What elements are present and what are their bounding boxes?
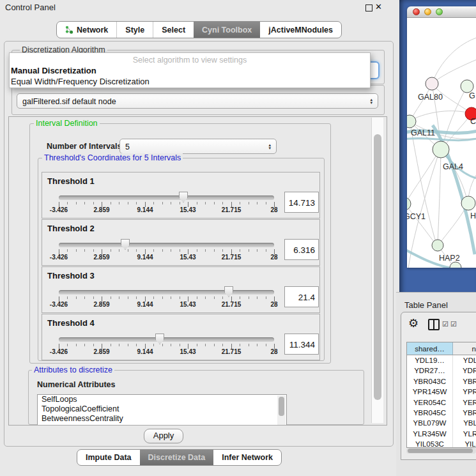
threshold-value-field[interactable]: 11.344 (284, 334, 319, 355)
node-node-bottom[interactable] (450, 262, 461, 268)
threshold-slider-thumb[interactable] (179, 192, 188, 203)
table-row[interactable]: YDR27…YDR2… (407, 365, 476, 376)
zoom-traffic-light-icon[interactable] (436, 8, 443, 15)
tab-network[interactable]: Network (57, 22, 116, 38)
threshold-value-field[interactable]: 14.713 (284, 192, 319, 213)
edge-gray (407, 151, 439, 203)
gear-icon[interactable]: ⚙ (408, 316, 418, 330)
network-canvas[interactable]: GAL80GCGAL11GAL4GCY1HHAP2 (407, 18, 476, 268)
bottom-tab-discretize-data[interactable]: Discretize Data (140, 450, 214, 465)
threshold-label: Threshold 4 (47, 318, 95, 328)
tab-select[interactable]: Select (153, 22, 194, 38)
panel-scrollbar-thumb[interactable] (374, 134, 381, 400)
algorithm-options: Manual DiscretizationEqual Width/Frequen… (11, 65, 371, 87)
minimize-traffic-light-icon[interactable] (424, 8, 431, 15)
bottom-tab-impute-data[interactable]: Impute Data (77, 450, 140, 465)
cell-name[interactable]: YBL0… (453, 418, 476, 428)
table-row[interactable]: YDL19…YDL1… (407, 355, 476, 365)
table-data-select[interactable]: galFiltered.sif default node ▴▾ (17, 93, 378, 109)
cell-name[interactable]: YLR3… (453, 429, 476, 439)
checkbox-icon[interactable]: ☑ (450, 320, 457, 328)
table-row[interactable]: YBR045CYBR0… (407, 408, 476, 418)
network-window-titlebar[interactable] (407, 6, 476, 18)
cell-name[interactable]: YPR1… (453, 387, 476, 397)
column-header-shared-name[interactable]: shared… (407, 342, 453, 355)
cell-shared-name[interactable]: YBR043C (407, 376, 453, 387)
attribute-item-selfloops[interactable]: SelfLoops (38, 395, 286, 404)
tick-label: -3.426 (43, 348, 74, 355)
cell-shared-name[interactable]: YPR145W (407, 387, 453, 397)
node-gal4[interactable] (433, 141, 449, 158)
column-header-name[interactable]: na (453, 342, 476, 355)
tab-jactivemnodules[interactable]: jActiveMNodules (260, 22, 341, 38)
table-row[interactable]: YLR345WYLR3… (407, 429, 476, 439)
node-node-top-right[interactable] (461, 80, 473, 93)
close-traffic-light-icon[interactable] (413, 8, 420, 15)
tab-cyni-toolbox[interactable]: Cyni Toolbox (194, 22, 260, 38)
cell-shared-name[interactable]: YBR045C (407, 408, 453, 418)
threshold-value-field[interactable]: 6.316 (284, 239, 319, 260)
attributes-fieldset-label: Attributes to discretize (32, 365, 114, 374)
threshold-panel-1: Threshold 1-3.4262.8599.14415.4321.71528… (42, 172, 320, 219)
cell-name[interactable]: YBR0… (453, 408, 476, 418)
table-row[interactable]: YER054CYER0… (407, 397, 476, 408)
table-row[interactable]: YBL079WYBL0… (407, 418, 476, 428)
attributes-scrollbar-thumb[interactable] (279, 397, 284, 416)
attribute-item-topologicalcoefficient[interactable]: TopologicalCoefficient (38, 404, 286, 414)
tab-style[interactable]: Style (116, 22, 153, 38)
table-h-scrollbar[interactable] (406, 448, 476, 454)
table-row[interactable]: YIL053CYIL0… (407, 439, 476, 448)
apply-button[interactable]: Apply (144, 429, 183, 443)
threshold-slider-thumb[interactable] (224, 286, 233, 297)
close-icon[interactable]: ✕ (375, 2, 382, 12)
table-row[interactable]: YPR145WYPR1… (407, 387, 476, 397)
threshold-value-field[interactable]: 21.4 (284, 286, 319, 307)
edge-gray (410, 123, 436, 244)
node-hap2[interactable] (432, 240, 443, 251)
bottom-tab-infer-network[interactable]: Infer Network (213, 450, 281, 465)
cell-name[interactable]: YIL0… (453, 439, 476, 448)
threshold-slider-track[interactable] (59, 196, 274, 200)
node-gcy1[interactable] (407, 197, 411, 210)
algorithm-option-manual-discretization[interactable]: Manual Discretization (11, 65, 371, 76)
algorithm-option-equal-width-frequency-discretization[interactable]: Equal Width/Frequency Discretization (11, 76, 371, 87)
cell-shared-name[interactable]: YDR27… (407, 365, 453, 376)
cell-shared-name[interactable]: YBL079W (407, 418, 453, 428)
cell-shared-name[interactable]: YDL19… (407, 355, 453, 365)
cell-name[interactable]: YBR0… (453, 376, 476, 387)
number-of-intervals-select[interactable]: 5 ▴▾ (119, 139, 277, 154)
node-gal80[interactable] (426, 77, 438, 90)
column-layout-icon[interactable] (428, 319, 440, 330)
threshold-slider-track[interactable] (59, 337, 274, 342)
tick-label: 9.144 (130, 301, 160, 308)
threshold-slider-thumb[interactable] (121, 239, 130, 250)
cell-shared-name[interactable]: YIL053C (407, 439, 453, 448)
cell-name[interactable]: YER0… (453, 397, 476, 408)
threshold-slider-thumb[interactable] (155, 334, 164, 344)
node-label-c: C (470, 117, 476, 126)
control-panel-title: Control Panel (5, 3, 56, 12)
tab-network-label: Network (77, 26, 108, 35)
checkbox-icon[interactable]: ☑ (442, 320, 449, 328)
attributes-scrollbar[interactable] (277, 395, 286, 426)
cell-name[interactable]: YDR2… (453, 365, 476, 376)
table-row[interactable]: YBR043CYBR0… (407, 376, 476, 387)
cell-shared-name[interactable]: YLR345W (407, 429, 453, 439)
tick-label: 2.859 (86, 254, 117, 261)
screen: Control Panel ✕ NetworkStyleSelectCyni T… (0, 0, 476, 476)
float-window-icon[interactable] (365, 4, 372, 12)
edge-gray (432, 37, 476, 84)
attribute-item-betweennesscentrality[interactable]: BetweennessCentrality (38, 414, 286, 424)
node-node-right-mid[interactable] (461, 196, 475, 210)
threshold-slider-track[interactable] (59, 243, 274, 247)
thresholds-fieldset-label: Threshold's Coordinates for 5 Intervals (42, 153, 183, 162)
tick-label: 15.43 (173, 254, 203, 261)
node-table: shared… na YDL19…YDL1…YDR27…YDR2…YBR043C… (406, 342, 476, 448)
cell-name[interactable]: YDL1… (453, 355, 476, 365)
control-panel-titlebar: Control Panel ✕ (0, 0, 399, 14)
table-h-scrollbar-thumb[interactable] (408, 449, 473, 453)
threshold-slider-track[interactable] (59, 290, 274, 295)
cell-shared-name[interactable]: YER054C (407, 397, 453, 408)
numerical-attributes-list: SelfLoopsTopologicalCoefficientBetweenne… (37, 394, 287, 426)
panel-scrollbar[interactable] (371, 118, 383, 423)
